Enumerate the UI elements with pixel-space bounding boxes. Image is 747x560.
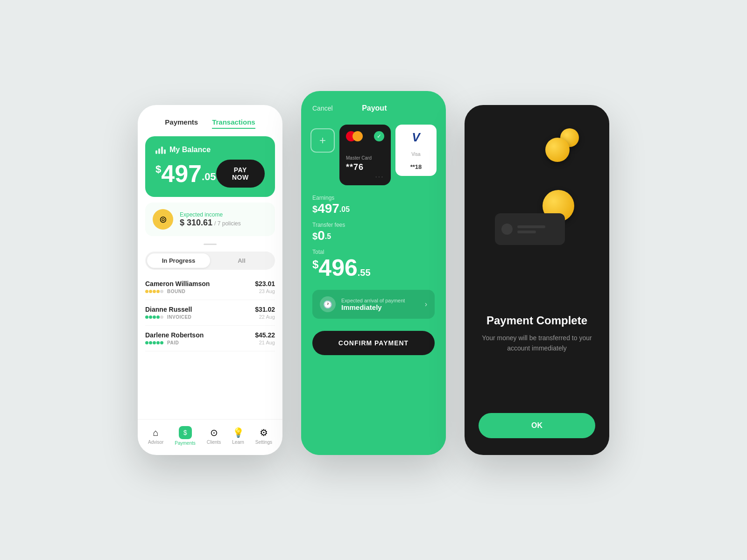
arrival-value: Immediately [341,303,405,311]
txn-name: Cameron Williamson [145,280,210,287]
toggle-in-progress[interactable]: In Progress [147,253,210,268]
income-details: Expected income $ 310.61 / 7 policies [180,211,241,228]
tab-payments[interactable]: Payments [165,118,198,129]
fees-label: Transfer fees [312,222,435,228]
balance-whole: 497 [161,161,202,186]
card-slot [495,213,565,245]
cancel-button[interactable]: Cancel [312,105,333,112]
total-whole: 496 [318,256,357,280]
card-line [517,231,536,233]
clients-icon: ⊙ [210,427,218,438]
txn-amount: $31.02 [255,306,275,313]
nav-settings-label: Settings [255,440,272,445]
nav-clients-label: Clients [207,440,221,445]
balance-cents: .05 [202,171,216,183]
total-cents: .55 [358,267,371,278]
balance-row: $ 497 .05 PAY NOW [155,160,265,188]
nav-payments[interactable]: $ Payments [175,426,195,446]
confirm-payment-button[interactable]: CONFIRM PAYMENT [312,331,435,355]
complete-description: Your money will be transferred to your a… [479,333,595,354]
nav-advisor-label: Advisor [148,440,163,445]
scroll-dot [204,244,217,245]
mastercard-logo [346,131,363,141]
fees-whole: 0 [317,229,325,242]
total-row: Total $ 496 .55 [312,249,435,280]
income-card: ⊚ Expected income $ 310.61 / 7 policies [145,203,275,236]
card-slot-lines [517,225,545,233]
fees-dollar: $ [312,231,317,242]
card-mc-number: **76 [346,162,384,172]
earnings-whole: 497 [317,202,339,215]
txn-date: 22 Aug [255,314,275,320]
table-row[interactable]: Cameron Williamson BOUND $23.01 23 Aug [145,274,275,300]
txn-name: Darlene Robertson [145,331,204,339]
filter-toggle: In Progress All [145,252,275,270]
pay-now-button[interactable]: PAY NOW [216,160,265,188]
selected-check-icon: ✓ [374,131,384,141]
chevron-right-icon: › [425,300,427,308]
txn-amount: $45.22 [255,331,275,339]
table-row[interactable]: Darlene Robertson PAID $45.22 21 Aug [145,326,275,351]
card-visa-number: **18 [410,163,422,170]
mastercard-card[interactable]: ✓ Master Card **76 ... [339,125,391,185]
visa-logo: V [412,130,420,145]
scroll-indicator [138,244,282,245]
txn-status: INVOICED [167,315,191,320]
complete-text: Payment Complete Your money will be tran… [479,314,595,354]
coin-medium [545,138,570,162]
nav-payments-label: Payments [175,441,195,446]
txn-status-row: INVOICED [145,315,192,320]
complete-title: Payment Complete [479,314,595,327]
card-mc-dots: ... [375,172,384,179]
txn-amount: $23.01 [255,280,275,287]
arrival-sublabel: Expected arrival of payment [341,298,405,303]
nav-learn[interactable]: 💡 Learn [232,427,244,445]
transaction-list: Cameron Williamson BOUND $23.01 23 Aug D… [138,274,282,419]
home-icon: ⌂ [153,427,159,438]
txn-status-row: BOUND [145,289,210,294]
arrival-left: 🕐 Expected arrival of payment Immediatel… [320,296,405,312]
dollar-sign: $ [155,163,161,175]
visa-card[interactable]: V Visa **18 [395,125,437,176]
income-label: Expected income [180,211,241,218]
learn-icon: 💡 [233,427,244,438]
card-visa-label: Visa [411,152,420,157]
cards-row: + ✓ Master Card **76 ... V Visa **18 [301,120,446,195]
bottom-nav: ⌂ Advisor $ Payments ⊙ Clients 💡 Learn ⚙… [138,419,282,455]
earnings-dollar: $ [312,204,317,215]
ok-button[interactable]: OK [479,413,595,438]
income-amount: $ 310.61 [180,218,212,228]
fees-cents: .5 [325,232,331,241]
card-mc-name: Master Card [346,155,384,161]
table-row[interactable]: Dianne Russell INVOICED $31.02 22 Aug [145,300,275,326]
txn-date: 21 Aug [255,340,275,345]
fees-row: Transfer fees $ 0 .5 [312,222,435,242]
payout-header: Cancel Payout [301,91,446,120]
nav-settings[interactable]: ⚙ Settings [255,427,272,445]
income-icon: ⊚ [153,209,173,230]
txn-name: Dianne Russell [145,306,192,313]
payout-title: Payout [362,104,387,112]
nav-advisor[interactable]: ⌂ Advisor [148,427,163,445]
balance-title: My Balance [155,146,265,154]
payments-icon-box: $ [179,426,192,439]
earnings-cents: .05 [339,205,350,214]
card-line [517,225,545,228]
bar-chart-icon [155,146,166,154]
nav-learn-label: Learn [232,440,244,445]
phone-payments: Payments Transactions My Balance $ 497 .… [138,105,282,455]
txn-status: PAID [167,340,179,345]
coins-animation [490,124,584,254]
arrival-button[interactable]: 🕐 Expected arrival of payment Immediatel… [312,290,435,319]
total-dollar: $ [312,258,318,271]
nav-clients[interactable]: ⊙ Clients [207,427,221,445]
tab-transactions[interactable]: Transactions [212,118,255,129]
earnings-row: Earnings $ 497 .05 [312,195,435,215]
txn-status-row: PAID [145,340,204,345]
txn-status: BOUND [167,289,185,294]
mc-orange-circle [352,131,363,141]
toggle-all[interactable]: All [210,253,273,268]
payout-details: Earnings $ 497 .05 Transfer fees $ 0 .5 … [301,195,446,455]
add-card-button[interactable]: + [310,128,335,153]
card-slot-circle [501,224,513,235]
